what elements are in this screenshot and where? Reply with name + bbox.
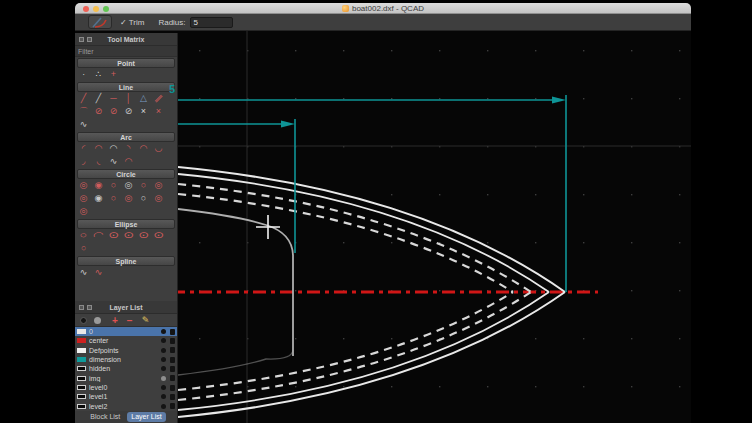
layer-color-swatch[interactable]: [77, 394, 86, 399]
layer-visibility-eye-icon[interactable]: [161, 394, 166, 399]
circle-tangent-icon[interactable]: ◎: [151, 179, 166, 192]
layer-lock-icon[interactable]: [170, 347, 175, 353]
arc-continue-icon[interactable]: ◟: [91, 155, 106, 168]
circle-2p-radius-icon[interactable]: ○: [136, 179, 151, 192]
layer-color-swatch[interactable]: [77, 338, 86, 343]
layer-visibility-eye-icon[interactable]: [161, 338, 166, 343]
circle-inscribed-icon[interactable]: ◎: [121, 192, 136, 205]
layer-lock-icon[interactable]: [170, 329, 175, 335]
point-single-icon[interactable]: ∙: [76, 68, 91, 81]
layer-color-swatch[interactable]: [77, 376, 86, 381]
add-layer-icon[interactable]: +: [112, 314, 118, 327]
layer-name: center: [89, 337, 161, 344]
line-angle-icon[interactable]: ╱: [91, 92, 106, 105]
layer-row-hidden[interactable]: hidden: [75, 364, 177, 373]
layer-rows: 0centerDefpointsdimensionhiddenimglevel0…: [75, 327, 177, 411]
point-chain-icon[interactable]: ∴: [91, 68, 106, 81]
arc-reverse-icon[interactable]: ◠: [121, 155, 136, 168]
line-horizontal-icon[interactable]: ─: [106, 92, 121, 105]
tab-layer-list[interactable]: Layer List: [127, 412, 165, 422]
line-2-points-icon[interactable]: ╱: [76, 92, 91, 105]
circle-tangent-2-icon[interactable]: ◉: [91, 192, 106, 205]
layer-visibility-eye-icon[interactable]: [161, 366, 166, 371]
layer-visibility-eye-icon[interactable]: [161, 357, 166, 362]
line-freehand-icon[interactable]: ⌒: [76, 105, 91, 118]
circle-2-tangents-icon[interactable]: ◎: [151, 192, 166, 205]
fillet-tool-button[interactable]: [88, 15, 112, 29]
line-orthogonal-icon[interactable]: ⊘: [121, 105, 136, 118]
edit-layer-icon[interactable]: ✎: [142, 314, 150, 327]
line-relative-angle-icon[interactable]: ×: [136, 105, 151, 118]
filter-input[interactable]: Filter: [75, 46, 177, 57]
circle-3-points-icon[interactable]: ◎: [121, 179, 136, 192]
layer-row-dimension[interactable]: dimension: [75, 355, 177, 364]
circle-tangent-3-icon[interactable]: ○: [106, 192, 121, 205]
circle-center-point-icon[interactable]: ◎: [76, 179, 91, 192]
section-header-point[interactable]: Point: [77, 58, 175, 68]
line-tangent-2-icon[interactable]: ⊘: [106, 105, 121, 118]
section-header-spline[interactable]: Spline: [77, 256, 175, 266]
radius-input[interactable]: 5: [190, 17, 233, 28]
section-header-ellipse[interactable]: Ellipse: [77, 219, 175, 229]
layer-lock-icon[interactable]: [170, 366, 175, 372]
layer-row-level2[interactable]: level2: [75, 402, 177, 411]
layer-lock-icon[interactable]: [170, 394, 175, 400]
arc-chord-icon[interactable]: ◞: [76, 155, 91, 168]
layer-row-level0[interactable]: level0: [75, 383, 177, 392]
layer-color-swatch[interactable]: [77, 366, 86, 371]
layer-visibility-eye-icon[interactable]: [161, 404, 166, 409]
layer-color-swatch[interactable]: [77, 404, 86, 409]
section-header-circle[interactable]: Circle: [77, 169, 175, 179]
panel-tabs: Block ListLayer List: [75, 411, 177, 423]
drawing-canvas[interactable]: 5 Tool Matrix Filter Point∙∴+Line╱╱─│△∥⌒…: [75, 31, 691, 423]
arc-tangent-icon[interactable]: ◠: [136, 142, 151, 155]
circle-3-tangents-icon[interactable]: ◎: [76, 205, 91, 218]
layer-visibility-eye-icon[interactable]: [161, 348, 166, 353]
arc-2p-radius-icon[interactable]: ◠: [106, 142, 121, 155]
layer-visibility-eye-icon[interactable]: [161, 376, 166, 381]
layer-lock-icon[interactable]: [170, 357, 175, 363]
layer-color-swatch[interactable]: [77, 329, 86, 334]
point-target-icon[interactable]: +: [106, 68, 121, 81]
layer-color-swatch[interactable]: [77, 348, 86, 353]
layer-lock-icon[interactable]: [170, 338, 175, 344]
layer-visibility-eye-icon[interactable]: [161, 329, 166, 334]
layer-name: level0: [89, 384, 161, 391]
layer-visibility-eye-icon[interactable]: [161, 385, 166, 390]
circle-concentric-icon[interactable]: ◎: [76, 192, 91, 205]
layer-row-center[interactable]: center: [75, 336, 177, 345]
layer-color-swatch[interactable]: [77, 357, 86, 362]
line-polyline-icon[interactable]: ∿: [76, 118, 91, 131]
trim-label: Trim: [129, 18, 145, 27]
hide-all-eye-icon[interactable]: [80, 317, 87, 324]
layer-row-img[interactable]: img: [75, 374, 177, 383]
show-all-eye-icon[interactable]: [94, 317, 101, 324]
layer-lock-icon[interactable]: [170, 385, 175, 391]
layer-lock-icon[interactable]: [170, 403, 175, 409]
tool-row: ○◠⊙⊙⊙⊙: [75, 229, 177, 242]
circle-center-radius-icon[interactable]: ◉: [91, 179, 106, 192]
line-tangent-1-icon[interactable]: ⊘: [91, 105, 106, 118]
trim-checkbox[interactable]: ✓ Trim: [120, 18, 144, 27]
spline-control-points-icon[interactable]: ∿: [76, 266, 91, 279]
circle-2-points-icon[interactable]: ○: [106, 179, 121, 192]
tool-matrix-title: Tool Matrix: [75, 36, 177, 43]
layer-color-swatch[interactable]: [77, 385, 86, 390]
circle-circumscribed-icon[interactable]: ○: [136, 192, 151, 205]
section-header-arc[interactable]: Arc: [77, 132, 175, 142]
arc-2p-angle-icon[interactable]: ◝: [121, 142, 136, 155]
layer-row-Defpoints[interactable]: Defpoints: [75, 346, 177, 355]
ellipse-quadrant-icon[interactable]: ⊙: [148, 229, 170, 242]
layer-row-0[interactable]: 0: [75, 327, 177, 336]
arc-concentric-icon[interactable]: ◡: [151, 142, 166, 155]
remove-layer-icon[interactable]: −: [127, 314, 133, 327]
line-vertical-icon[interactable]: │: [121, 92, 136, 105]
screenshot-root: boat002.dxf - QCAD ✓ Trim Radius: 5: [0, 0, 752, 423]
layer-row-level1[interactable]: level1: [75, 392, 177, 401]
arc-wave-icon[interactable]: ∿: [106, 155, 121, 168]
arc-center-point-icon[interactable]: ◜: [76, 142, 91, 155]
layer-lock-icon[interactable]: [170, 375, 175, 381]
spline-fit-points-icon[interactable]: ∿: [91, 266, 106, 279]
tab-block-list[interactable]: Block List: [86, 412, 124, 422]
arc-3-points-icon[interactable]: ◠: [91, 142, 106, 155]
